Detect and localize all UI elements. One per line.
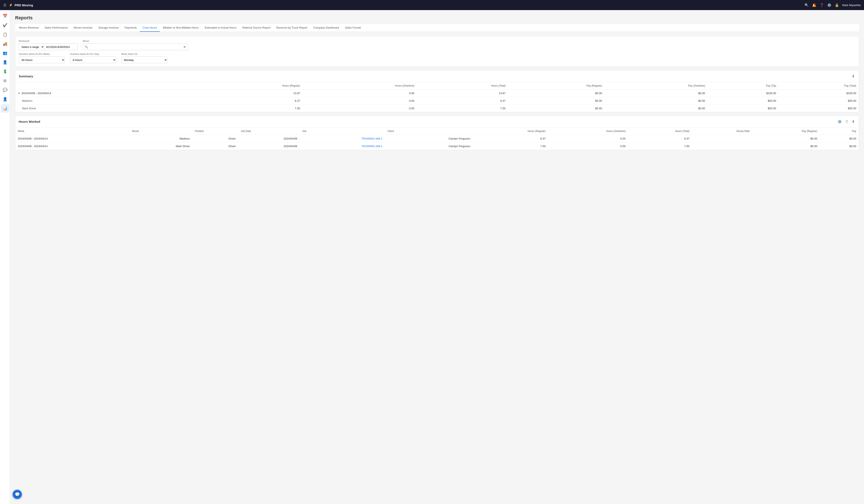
sidebar-item-clipboard[interactable]: 📋 (1, 30, 9, 39)
hw-hours-total: 7.50 (628, 143, 692, 150)
hw-pay: $0.00 (820, 135, 859, 143)
sidebar-item-chat[interactable]: 💬 (1, 86, 9, 94)
week-starts-label: Week Starts On (121, 53, 167, 55)
summary-col-pay-tip: Pay (Tip) (708, 82, 779, 89)
hours-worked-table: Week Mover Position Job Date Job Client … (15, 128, 859, 150)
child-value: $50.00 (779, 97, 859, 105)
help-icon[interactable]: ❓ (820, 3, 824, 7)
summary-col-hours-regular: Hours (Regular) (195, 82, 302, 89)
child-value: 6.37 (195, 97, 302, 105)
mover-search-box: 🔍 ✕ (83, 44, 188, 50)
mover-search-icon: 🔍 (85, 45, 88, 49)
job-link[interactable]: TRAINING-348-1 (362, 145, 383, 148)
sidebar-item-reports[interactable]: 📊 (1, 104, 9, 113)
summary-col-pay-overtime: Pay (Overtime) (604, 82, 707, 89)
hw-hours-regular: 7.50 (473, 143, 548, 150)
hw-hours-overtime: 0.00 (548, 143, 628, 150)
mover-search-input[interactable] (89, 45, 182, 49)
sidebar: 📅 ✔️ 📋 🚚 👥 👤 💲 ⊞ 💬 👤 📊 (0, 10, 10, 504)
week-starts-select[interactable]: Monday (121, 57, 167, 63)
tab-revenue-truck[interactable]: Revenue by Truck Report (273, 24, 310, 32)
table-row: 2024/04/08 - 2024/04/14 Madison Driver 2… (15, 135, 859, 143)
page-title: Reports (15, 15, 859, 21)
sidebar-item-calendar[interactable]: 📅 (1, 12, 9, 20)
child-value: 6.37 (417, 97, 508, 105)
group-value: $100.00 (708, 89, 779, 97)
mover-clear-button[interactable]: ✕ (183, 45, 186, 49)
hw-week: 2024/04/08 - 2024/04/14 (15, 135, 130, 143)
tab-estimated-actual[interactable]: Estimated vs Actual Hours (202, 24, 240, 32)
hw-col-week: Week (15, 128, 130, 135)
sidebar-item-user[interactable]: 👤 (1, 95, 9, 104)
overtime-week-select[interactable]: 40 Hours (19, 57, 65, 63)
group-value: $0.00 (604, 89, 707, 97)
tab-crew-hours[interactable]: Crew Hours (140, 24, 160, 32)
hw-hours-total: 6.37 (628, 135, 692, 143)
hw-col-pay: Pay (820, 128, 859, 135)
tab-company-dashboard[interactable]: Company Dashboard (310, 24, 342, 32)
table-row: 2024/04/08 - 2024/04/14 Mark Driver Driv… (15, 143, 859, 150)
summary-download-icon[interactable]: ⬇ (851, 73, 855, 79)
tab-sales-performance[interactable]: Sales Performance (41, 24, 71, 32)
sidebar-item-people[interactable]: 👥 (1, 49, 9, 57)
hw-jobdate: 2024/04/08 (238, 143, 300, 150)
hw-position: Driver (192, 143, 239, 150)
workweek-label: Workweek (19, 40, 78, 42)
tab-storage-invoices[interactable]: Storage Invoices (95, 24, 122, 32)
summary-section: Summary ⬇ Hours (Regular) Hours (Overtim… (15, 70, 859, 112)
overtime-day-select[interactable]: 8 Hours (70, 57, 116, 63)
settings-icon[interactable]: ⚙️ (827, 3, 831, 7)
summary-header: Summary ⬇ (15, 70, 859, 82)
hours-worked-header: Hours Worked ⚙️ ▽ ⬇ (15, 116, 859, 128)
tab-sales-funnel[interactable]: Sales Funnel (342, 24, 364, 32)
lock-icon[interactable]: 🔒 (835, 3, 839, 7)
hours-worked-actions: ⚙️ ▽ ⬇ (837, 119, 855, 124)
menu-icon[interactable]: ☰ (3, 3, 6, 7)
child-value: 0.00 (302, 97, 417, 105)
tab-payments[interactable]: Payments (122, 24, 140, 32)
workweek-filter: Workweek Select a range (19, 40, 78, 50)
hw-col-client: Client (385, 128, 473, 135)
hours-worked-filter-icon[interactable]: ▽ (845, 119, 849, 124)
child-value: $0.00 (604, 97, 707, 105)
hours-worked-settings-icon[interactable]: ⚙️ (837, 119, 842, 124)
hw-hourly-rate (692, 143, 752, 150)
user-name[interactable]: Mark Miyashita (842, 3, 861, 7)
sidebar-item-person[interactable]: 👤 (1, 58, 9, 67)
tab-referral-source[interactable]: Referral Source Report (240, 24, 274, 32)
tab-billable-nonbillable[interactable]: Billable vs Non-Billable Hours (160, 24, 202, 32)
brand-name: PRD Moving (14, 3, 33, 7)
summary-title: Summary (19, 74, 33, 78)
group-value: 13.87 (417, 89, 508, 97)
tab-navigation: Moves Revenue Sales Performance Moves In… (15, 24, 859, 32)
hw-hours-regular: 6.37 (473, 135, 548, 143)
sidebar-item-tasks[interactable]: ✔️ (1, 21, 9, 29)
range-date-input[interactable] (44, 44, 78, 50)
search-icon[interactable]: 🔍 (805, 3, 809, 7)
hw-job: TRAINING-348-1 (300, 143, 385, 150)
summary-group-row[interactable]: ▼2024/04/08 - 2024/04/1413.870.0013.87$0… (15, 89, 859, 97)
sidebar-item-trucks[interactable]: 🚚 (1, 39, 9, 48)
hw-jobdate: 2024/04/08 (238, 135, 300, 143)
mover-filter: Mover 🔍 ✕ (83, 40, 855, 50)
job-link[interactable]: TRAINING-348-1 (362, 137, 383, 140)
chat-button[interactable]: 💬 (13, 490, 22, 499)
hw-col-position: Position (192, 128, 239, 135)
notification-wrap[interactable]: 🔔 (812, 3, 816, 7)
overtime-week-label: Overtime Starts At (Per Week) (19, 53, 65, 55)
hours-worked-download-icon[interactable]: ⬇ (851, 119, 855, 124)
sidebar-item-finance[interactable]: 💲 (1, 67, 9, 76)
tab-moves-invoices[interactable]: Moves Invoices (71, 24, 96, 32)
child-value: $50.00 (708, 97, 779, 105)
tab-moves-revenue[interactable]: Moves Revenue (16, 24, 41, 32)
hw-pay-regular: $0.00 (752, 143, 820, 150)
week-starts-filter: Week Starts On Monday (121, 53, 167, 63)
child-value: 7.50 (417, 105, 508, 112)
range-type-select[interactable]: Select a range (19, 44, 44, 50)
group-label: ▼2024/04/08 - 2024/04/14 (15, 89, 195, 97)
nav-icons: 🔍 🔔 ❓ ⚙️ 🔒 Mark Miyashita (805, 3, 861, 7)
sidebar-item-grid[interactable]: ⊞ (1, 76, 9, 85)
hw-mover: Mark Driver (130, 143, 192, 150)
hours-worked-title: Hours Worked (19, 120, 40, 123)
filter-section: Workweek Select a range Mover 🔍 ✕ (15, 36, 859, 67)
